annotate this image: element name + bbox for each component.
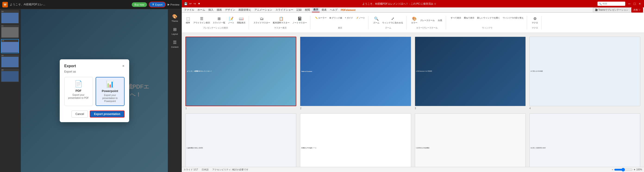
ribbon-btn-standard[interactable]: ⬚ 標準 [184,16,192,25]
ribbon-btn-ruler[interactable]: 📏 ルーラー [314,16,328,20]
menu-review[interactable]: 校閲 [304,8,311,12]
menu-slideshow[interactable]: スライドショー [274,8,295,12]
menu-animations[interactable]: アニメーション [253,8,274,12]
export-option-powerpoint[interactable]: 📊 Powerpoint Export your presentation to… [96,77,124,106]
export-option-pdf[interactable]: 📄 PDF Export your presentation to PDF [64,77,93,106]
save-quick-btn[interactable]: 💾 [184,2,188,6]
layout-label: Layout [172,33,178,35]
accessibility-status: アクセシビリティ: 検討が必要です [212,168,248,171]
language-status: 日本語 [202,168,208,171]
maximize-button[interactable]: □ [632,0,637,8]
ribbon-btn-fit-window[interactable]: ⤢ ウィンドウに合わせる [381,16,404,25]
menu-record[interactable]: 記録 [295,8,303,12]
menu-draw[interactable]: 描画 [215,8,223,12]
theme-panel-button[interactable]: 🎨 Theme [172,14,178,22]
breadcrumb: ようこそ、AI搭載PDFエレ... [10,3,45,7]
export-presentation-button[interactable]: Export presentation [90,111,124,117]
ppt-body: ようこそ、AI搭載PDFエレメント11へ！ 1 Table of Content… [182,33,644,167]
notes-view-icon: 📝 [229,17,234,21]
ribbon-btn-slide-master[interactable]: 🗂 スライドマスター [252,16,271,25]
slide-thumb-11[interactable]: 11 [1,25,19,38]
ribbon-btn-macro[interactable]: ⚙ マクロ [531,16,539,25]
content-label: Content [171,46,178,48]
ribbon-btn-arrange[interactable]: 重ねて表示 [463,16,475,20]
content-icon: ☰ [173,40,177,45]
ribbon-btn-new-window[interactable]: 新しいウィンドウを開く [476,16,501,20]
show-buttons: 📏 ルーラー ⊞ グリッド線 + ガイド 📝 ノート [314,16,366,20]
teams-present-button[interactable]: 🎥 Teamsでプレゼンテーション [593,8,630,13]
slide-thumb-15[interactable]: 15 [1,54,19,68]
slide-thumb-13[interactable]: 13 [1,39,19,53]
modal-close-button[interactable]: × [122,64,124,68]
slide-thumb-16[interactable]: 16 [1,69,19,82]
menu-file[interactable]: ファイル [183,8,196,12]
right-panel: 💾 ↩ ↪ ▼ ようこそ、AI搭載PDFエレメント11へ！ - この PC に保… [182,0,644,172]
buy-now-button[interactable]: Buy now [132,2,147,7]
ribbon-btn-grayscale[interactable]: グレースケール [419,19,436,23]
ribbon-btn-bw[interactable]: 白黒 [436,19,444,23]
ribbon-btn-notes-show[interactable]: 📝 ノート [355,16,366,20]
share-button[interactable]: 共有 ▷ [631,8,643,13]
ribbon-btn-notes[interactable]: 📝 ノート [227,16,235,25]
menu-view[interactable]: 表示 [312,8,320,12]
window-controls: ─ □ × [627,0,642,8]
ribbon-extra-buttons: 🎥 Teamsでプレゼンテーション 共有 ▷ [593,8,643,13]
content-panel-button[interactable]: ☰ Content [171,40,178,48]
zoom-out-button[interactable]: − [612,168,613,171]
ribbon-btn-outline[interactable]: ☰ アウトライン表示 [192,16,211,25]
menu-transitions[interactable]: 画面切替え [237,8,252,12]
menu-home[interactable]: ホーム [196,8,206,12]
ribbon-btn-slide-sorter[interactable]: ⊞ スライド一覧 [212,16,226,25]
thumb-image-13 [2,42,18,52]
zoom-in-button[interactable]: + [634,168,635,171]
ribbon-btn-reading[interactable]: 📖 閲覧表示 [236,16,246,25]
redo-quick-btn[interactable]: ↪ [193,2,196,6]
more-quick-btn[interactable]: ▼ [197,2,201,6]
ribbon-btn-guides[interactable]: + ガイド [344,16,354,20]
minimize-button[interactable]: ─ [627,0,632,8]
ribbon-btn-gridlines[interactable]: ⊞ グリッド線 [328,16,343,20]
ribbon-btn-switch-window[interactable]: ウィンドウの切り替え [502,16,524,20]
slide-item-3[interactable]: 1.PDFelement 11の革新性 3 [415,37,526,110]
slide-item-4[interactable]: AIで変わるPDF体験 4 [530,37,640,110]
master-view-label: マスター表示 [274,27,286,30]
slide-item-1[interactable]: ようこそ、AI搭載PDFエレメント11へ！ 1 [186,37,296,110]
thumb-image-15 [2,57,18,67]
slide-item-7[interactable]: 3.効率的なAI支援機能 7 [415,113,526,167]
cancel-button[interactable]: Cancel [72,111,88,117]
ribbon-content: ⬚ 標準 ☰ アウトライン表示 ⊞ スライド一覧 📝 ノート [182,13,644,33]
ribbon-btn-color[interactable]: 🎨 カラー [410,16,418,25]
ribbon-btn-notes-master[interactable]: 📓 ノートマスター [292,16,308,25]
slide-number-4: 4 [530,107,531,110]
slide-item-8[interactable]: AIが拓く文書管理の未来 8 [530,113,640,167]
slide-thumb-10[interactable]: 10 [1,10,19,24]
ribbon-btn-zoom[interactable]: 🔍 ズーム [372,16,380,25]
slide-thumb-5: 1.編集機能の強化と多様性 [186,113,296,167]
slides-panel: ようこそ、AI搭載PDFエレメント11へ！ 1 Table of Content… [182,33,644,167]
menu-pdfelement[interactable]: PDFelement [339,8,357,12]
slide-item-6[interactable]: 高機能なPDF編集ツール 6 [300,113,411,167]
ribbon-btn-show-all[interactable]: すべて表示 [450,16,462,20]
preview-button[interactable]: ▶ Preview [168,3,180,6]
slide-thumbnails: 10 11 13 15 16 [0,9,21,172]
zoom-slider[interactable] [614,168,633,171]
menu-design[interactable]: デザイン [224,8,236,12]
layout-panel-button[interactable]: ⊞ Layout [172,27,178,35]
close-button[interactable]: × [638,0,642,8]
search-box[interactable]: 🔍 検索 [598,2,625,6]
ribbon-btn-handout-master[interactable]: 📋 配布資料マスター [272,16,290,25]
standard-view-icon: ⬚ [186,17,190,21]
export-options: 📄 PDF Export your presentation to PDF 📊 … [64,77,124,106]
modal-subtitle: Export as [64,70,124,73]
menu-help[interactable]: ヘルプ [328,8,339,12]
macro-label: マクロ [532,27,538,30]
slide-item-2[interactable]: Table of Content 2 [300,37,411,110]
menu-present[interactable]: 発表 [320,8,328,12]
left-header: W ようこそ、AI搭載PDFエレ... Buy now ⬆ Export ▶ P… [0,0,182,9]
undo-quick-btn[interactable]: ↩ [189,2,192,6]
menu-insert[interactable]: 挿入 [207,8,215,12]
reading-icon: 📖 [239,17,244,21]
macro-icon: ⚙ [533,17,536,21]
slide-item-5[interactable]: 1.編集機能の強化と多様性 5 [186,113,296,167]
export-header-button[interactable]: ⬆ Export [149,2,166,8]
